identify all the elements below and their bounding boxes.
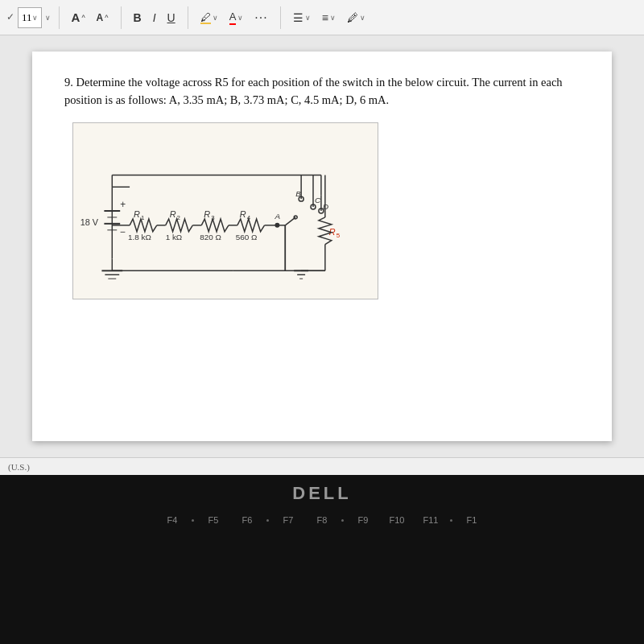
highlight-chevron: ∨ — [213, 14, 218, 22]
svg-text:R: R — [170, 208, 176, 218]
font-size-down-chevron: ∨ — [45, 14, 51, 22]
svg-text:5: 5 — [336, 231, 341, 238]
underline-button[interactable]: U — [163, 9, 180, 27]
paragraph-style-icon: 🖉 — [347, 11, 358, 24]
shrink-caret-icon: ^ — [105, 14, 108, 22]
font-size-value: 11 — [22, 11, 32, 24]
grow-font-button[interactable]: A ^ — [68, 8, 89, 27]
italic-label: I — [153, 11, 156, 24]
svg-text:+: + — [120, 199, 126, 210]
svg-text:1.8 kΩ: 1.8 kΩ — [128, 232, 151, 241]
document-area: 9. Determine the voltage across R5 for e… — [0, 35, 644, 457]
font-color-label: A — [229, 10, 237, 25]
font-color-chevron: ∨ — [237, 14, 243, 22]
svg-text:1 kΩ: 1 kΩ — [166, 232, 183, 241]
page: 9. Determine the voltage across R5 for e… — [32, 52, 612, 441]
toolbar: ✓ 11 ∨ ∨ A ^ A ^ B I U 🖊 ∨ — [0, 0, 644, 35]
fn-dot-4 — [450, 519, 452, 522]
font-size-group: ✓ 11 ∨ ∨ — [6, 7, 51, 28]
fn-key-f6[interactable]: F6 — [233, 515, 262, 525]
text-size-group: A ^ A ^ — [68, 8, 113, 27]
list-style-1-icon: ☰ — [293, 11, 303, 24]
check-icon: ✓ — [6, 11, 14, 23]
font-size-chevron: ∨ — [32, 14, 38, 22]
shrink-font-button[interactable]: A ^ — [93, 10, 113, 26]
question-body: Determine the voltage across R5 for each… — [64, 76, 563, 106]
svg-text:B: B — [295, 189, 301, 198]
dell-logo-text: DELL — [292, 483, 351, 503]
fn-dot-2 — [266, 519, 269, 522]
list-style-2-button[interactable]: ≡ ∨ — [318, 9, 340, 27]
fn-key-f11[interactable]: F11 — [416, 515, 445, 525]
highlight-icon: 🖊 — [200, 11, 211, 23]
highlight-button[interactable]: 🖊 ∨ — [196, 9, 222, 26]
more-button[interactable]: ··· — [250, 8, 271, 27]
bold-button[interactable]: B — [130, 9, 146, 27]
underline-label: U — [167, 11, 175, 24]
italic-button[interactable]: I — [149, 9, 160, 27]
list1-chevron: ∨ — [305, 14, 311, 22]
shrink-font-label: A — [97, 12, 104, 23]
font-color-button[interactable]: A ∨ — [225, 8, 248, 27]
more-dots-icon: ··· — [254, 10, 267, 25]
fn-key-f10[interactable]: F10 — [382, 515, 411, 525]
separator-3 — [188, 6, 188, 29]
svg-text:A: A — [274, 211, 280, 220]
circuit-diagram: + − 18 V R 1 — [72, 122, 378, 299]
fn-dot-3 — [341, 519, 344, 522]
question-number: 9. — [64, 76, 73, 89]
font-size-selector[interactable]: 11 ∨ — [18, 7, 42, 28]
separator-2 — [121, 6, 122, 29]
separator-1 — [59, 6, 60, 29]
para-chevron: ∨ — [360, 14, 365, 22]
list-group: ☰ ∨ ≡ ∨ 🖉 ∨ — [289, 9, 369, 27]
separator-4 — [280, 6, 281, 29]
svg-text:R: R — [134, 208, 140, 218]
fn-key-f5[interactable]: F5 — [199, 515, 228, 525]
fn-key-f4[interactable]: F4 — [158, 515, 187, 525]
language-indicator: (U.S.) — [8, 462, 30, 472]
svg-text:−: − — [120, 225, 126, 237]
format-group: B I U — [130, 9, 180, 27]
list2-chevron: ∨ — [330, 14, 336, 22]
keyboard-area: DELL F4 F5 F6 F7 F8 F9 F10 F11 F1 — [0, 475, 644, 644]
fn-key-f7[interactable]: F7 — [274, 515, 303, 525]
fn-key-f8[interactable]: F8 — [308, 515, 336, 525]
svg-text:820 Ω: 820 Ω — [200, 232, 221, 241]
question-text: 9. Determine the voltage across R5 for e… — [64, 74, 580, 109]
dell-logo: DELL — [292, 483, 351, 504]
svg-text:18 V: 18 V — [80, 217, 99, 226]
fn-dot-1 — [192, 519, 194, 522]
grow-caret-icon: ^ — [81, 14, 85, 22]
circuit-svg: + − 18 V R 1 — [73, 123, 378, 299]
svg-text:560 Ω: 560 Ω — [236, 232, 258, 241]
paragraph-style-button[interactable]: 🖉 ∨ — [343, 9, 369, 27]
status-bar: (U.S.) — [0, 457, 644, 475]
color-group: 🖊 ∨ A ∨ ··· — [196, 8, 272, 27]
fn-keys-row: F4 F5 F6 F7 F8 F9 F10 F11 F1 — [158, 515, 486, 525]
list-style-1-button[interactable]: ☰ ∨ — [289, 9, 315, 27]
fn-key-f9[interactable]: F9 — [349, 515, 378, 525]
fn-key-f1[interactable]: F1 — [457, 515, 486, 525]
list-style-2-icon: ≡ — [322, 11, 328, 24]
bold-label: B — [134, 11, 142, 24]
svg-text:C: C — [315, 196, 321, 204]
grow-font-label: A — [72, 10, 80, 24]
